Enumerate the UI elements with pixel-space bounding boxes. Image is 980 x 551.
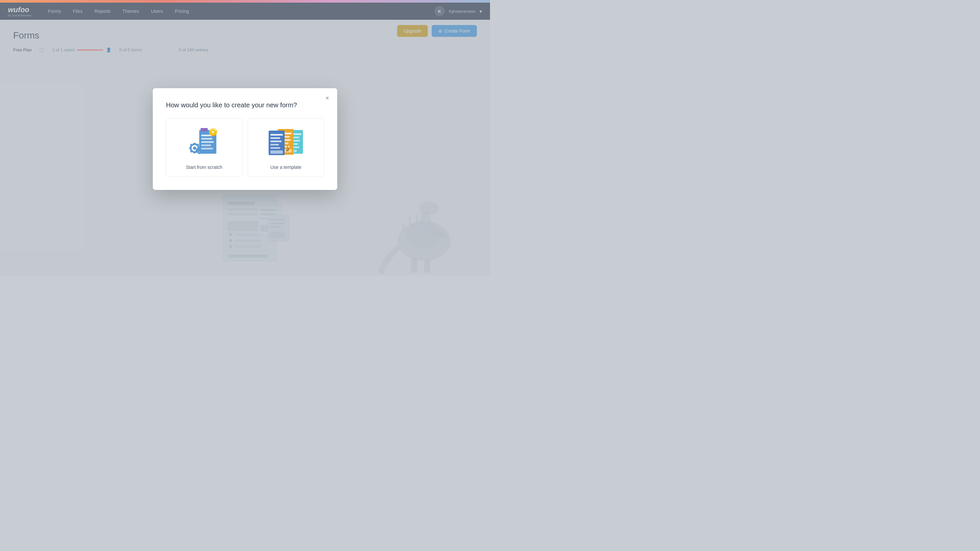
use-template-option[interactable]: Use a template [248,118,324,177]
svg-rect-42 [196,149,197,151]
svg-rect-31 [193,151,196,153]
svg-rect-71 [270,141,282,142]
svg-rect-70 [270,137,280,139]
modal-close-button[interactable]: × [323,94,332,103]
svg-rect-32 [189,147,191,149]
svg-rect-48 [201,141,214,143]
svg-rect-52 [212,135,215,136]
svg-rect-73 [270,147,280,149]
template-illustration [266,126,305,159]
svg-rect-47 [201,138,212,140]
modal-overlay[interactable]: × How would you like to create your new … [0,3,490,275]
svg-rect-69 [270,134,283,136]
svg-rect-45 [200,128,208,131]
template-option-label: Use a template [270,165,301,170]
top-gradient-bar [0,0,490,3]
svg-point-29 [193,146,196,150]
svg-rect-49 [201,144,211,146]
create-form-modal: × How would you like to create your new … [153,88,337,190]
svg-rect-72 [270,144,279,146]
start-from-scratch-option[interactable]: Start from scratch [166,118,242,177]
svg-rect-50 [201,148,213,149]
scratch-option-label: Start from scratch [186,165,222,170]
modal-options: Start from scratch [166,118,324,177]
app-container: wufoo by SurveyMonkey Forms Files Report… [0,3,490,275]
scratch-illustration [185,126,224,159]
svg-rect-30 [193,143,196,145]
modal-title: How would you like to create your new fo… [166,102,324,109]
svg-rect-74 [270,151,283,154]
